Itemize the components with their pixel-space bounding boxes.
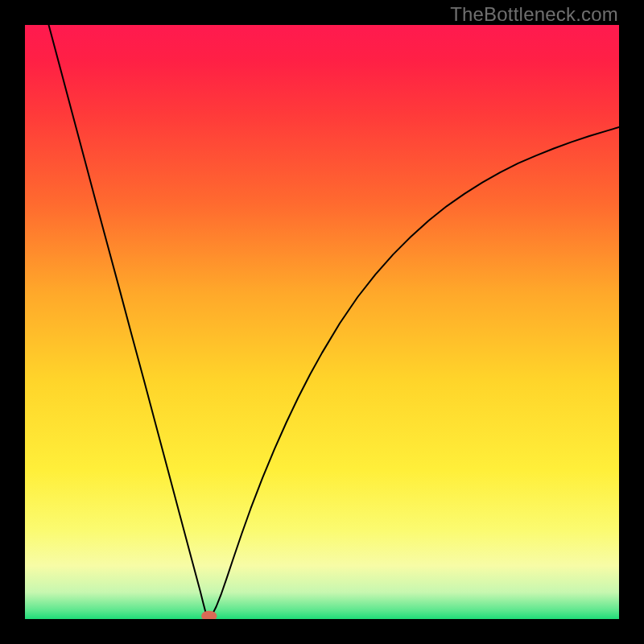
watermark-text: TheBottleneck.com — [450, 3, 618, 26]
chart-background — [25, 25, 619, 619]
chart-svg — [25, 25, 619, 619]
chart-container — [25, 25, 619, 619]
